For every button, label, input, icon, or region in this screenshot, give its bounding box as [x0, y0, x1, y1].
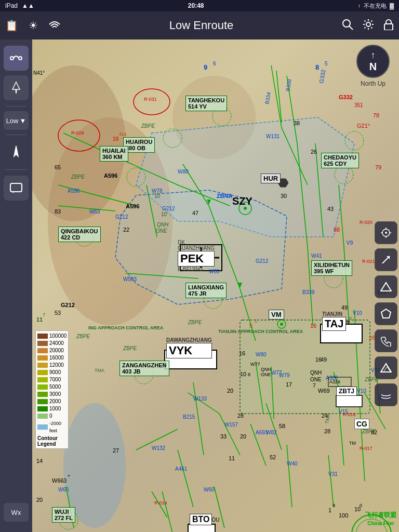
toolbar-right	[342, 19, 394, 33]
map-area[interactable]: R-028 R-031 ZBPE ZBPE ZBPE ZBPE ZBPE ZBP…	[32, 39, 399, 532]
svg-text:W66: W66	[58, 487, 69, 493]
brightness-icon[interactable]: ☀	[29, 19, 38, 32]
svg-text:49: 49	[321, 356, 327, 363]
svg-text:38: 38	[294, 120, 300, 126]
vyk-airport: DAWANGZHUANG VYK	[166, 337, 212, 358]
track-up-button[interactable]	[4, 140, 29, 165]
svg-text:5: 5	[325, 61, 328, 66]
svg-text:W157: W157	[224, 422, 238, 428]
svg-text:53: 53	[55, 310, 61, 316]
svg-text:58: 58	[279, 423, 285, 429]
triangle-button[interactable]	[375, 275, 397, 298]
svg-text:ZBPE: ZBPE	[141, 123, 155, 129]
svg-text:G21°: G21°	[357, 123, 370, 129]
svg-text:B334: B334	[264, 91, 272, 104]
svg-text:W503: W503	[123, 276, 137, 282]
svg-text:G212: G212	[115, 214, 128, 220]
polygon-button[interactable]	[375, 302, 397, 325]
status-time: 20:48	[188, 2, 204, 9]
arrow-tool-button[interactable]	[375, 248, 397, 271]
svg-text:20: 20	[36, 497, 43, 503]
g212-label2: G212	[61, 302, 75, 308]
pek-airport: DK GUANZHUANG PEK P-BEIJING	[178, 240, 215, 272]
settings-icon[interactable]	[363, 19, 374, 33]
svg-text:POTOU: POTOU	[201, 517, 219, 523]
phone-button[interactable]	[375, 329, 397, 352]
compass-indicator[interactable]: ↑ N North Up	[352, 45, 394, 91]
svg-line-42	[328, 455, 334, 507]
svg-text:26: 26	[311, 149, 317, 155]
svg-text:8: 8	[248, 372, 250, 377]
layer-button[interactable]	[375, 383, 397, 406]
svg-text:W79: W79	[279, 373, 290, 378]
messages-button[interactable]	[4, 176, 29, 201]
svg-text:28: 28	[237, 413, 244, 419]
svg-text:ZBPE: ZBPE	[71, 174, 85, 180]
svg-line-28	[308, 247, 313, 325]
battery-icon: ▓	[390, 3, 394, 9]
notebook-icon[interactable]: 📋	[5, 19, 18, 32]
svg-text:R-031: R-031	[144, 97, 157, 102]
svg-text:351: 351	[354, 102, 363, 108]
svg-text:47: 47	[192, 210, 198, 216]
svg-text:QNH: QNH	[261, 367, 271, 372]
a596-label2: A596	[126, 203, 139, 209]
svg-text:43: 43	[327, 206, 334, 212]
svg-text:7: 7	[43, 312, 45, 317]
sidebar-divider-1	[6, 106, 26, 107]
svg-rect-3	[384, 24, 393, 30]
svg-text:G332: G332	[318, 69, 326, 84]
svg-marker-225	[381, 283, 391, 291]
svg-text:V31: V31	[328, 471, 338, 477]
svg-text:20: 20	[240, 433, 246, 440]
map-svg-overlay: R-028 R-031 ZBPE ZBPE ZBPE ZBPE ZBPE ZBP…	[32, 39, 399, 532]
svg-text:W41: W41	[311, 253, 322, 259]
signal-icon[interactable]	[48, 18, 61, 33]
svg-text:A326: A326	[329, 379, 340, 384]
legend-title: ContourLegend	[37, 435, 66, 447]
altitude-dropdown[interactable]: Low ▼	[4, 111, 29, 130]
svg-text:W80: W80	[256, 352, 267, 357]
svg-text:R-016: R-016	[343, 412, 356, 417]
svg-text:16: 16	[239, 350, 245, 356]
svg-text:10: 10	[161, 211, 167, 217]
route-button[interactable]	[4, 46, 29, 71]
toolbar-left: 📋 ☀	[5, 18, 61, 33]
dropdown-chevron: ▼	[19, 117, 26, 125]
svg-text:7: 7	[313, 383, 316, 389]
svg-text:65: 65	[55, 164, 61, 170]
svg-text:8: 8	[315, 63, 319, 71]
a596-label: A596	[104, 172, 117, 179]
svg-text:R-017: R-017	[360, 446, 373, 451]
svg-text:22: 22	[123, 227, 129, 233]
svg-rect-64	[188, 524, 215, 532]
szy-label: SZY	[232, 195, 252, 207]
svg-text:G212: G212	[256, 258, 269, 264]
svg-text:49: 49	[341, 304, 348, 311]
svg-text:QNH: QNH	[157, 222, 169, 228]
mountain-button[interactable]	[375, 356, 397, 379]
toolbar: 📋 ☀ Low Enroute	[0, 11, 399, 39]
lock-icon[interactable]	[383, 19, 394, 33]
svg-text:9: 9	[204, 63, 207, 71]
svg-text:20: 20	[227, 388, 233, 394]
sidebar-divider-2	[6, 135, 26, 135]
svg-text:B339: B339	[302, 289, 315, 295]
svg-text:R-028: R-028	[71, 130, 84, 136]
svg-text:28: 28	[324, 428, 330, 434]
svg-text:W63: W63	[89, 209, 100, 215]
compass-arrow-icon: ↑	[371, 50, 376, 61]
search-icon[interactable]	[342, 19, 353, 33]
svg-point-2	[366, 22, 370, 26]
svg-point-11	[63, 403, 126, 528]
svg-text:100: 100	[339, 512, 348, 518]
svg-text:V10: V10	[357, 388, 366, 394]
crosshair-button[interactable]	[375, 221, 397, 244]
weather-button[interactable]: Wx	[4, 503, 29, 522]
svg-text:27: 27	[113, 447, 119, 454]
svg-text:ONE: ONE	[156, 228, 167, 234]
svg-point-4	[10, 57, 14, 60]
svg-point-68	[134, 89, 170, 115]
sidebar: Low ▼ Wx	[0, 39, 32, 532]
airplane-button[interactable]	[4, 75, 29, 100]
